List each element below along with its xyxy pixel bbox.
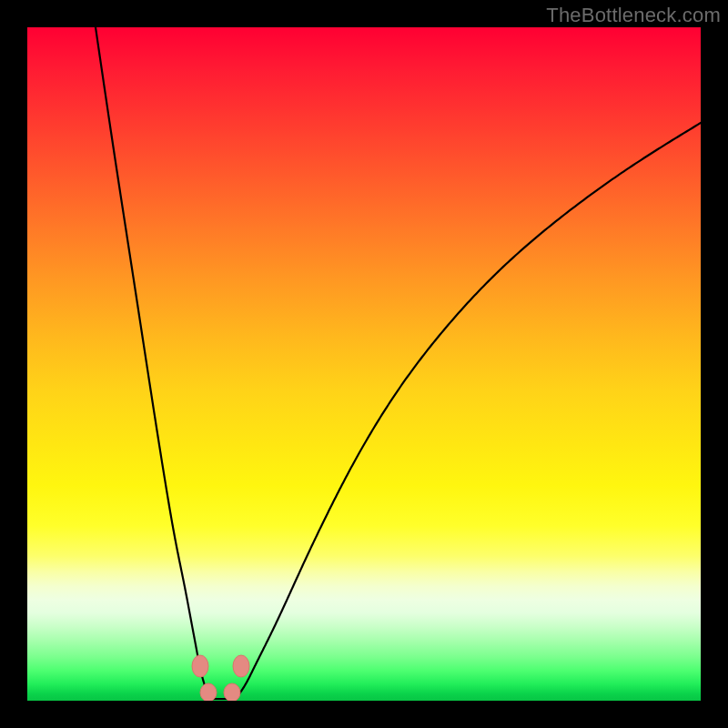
curve-layer (27, 27, 701, 701)
chart-frame: TheBottleneck.com (0, 0, 728, 728)
markers-group (192, 655, 249, 701)
marker-dot-0 (192, 655, 208, 677)
marker-dot-2 (200, 683, 217, 701)
curve-left-branch (96, 27, 213, 699)
marker-dot-3 (224, 683, 240, 701)
plot-area (27, 27, 701, 701)
watermark-text: TheBottleneck.com (546, 4, 721, 27)
curve-right-branch (235, 123, 701, 699)
marker-dot-1 (233, 655, 249, 677)
